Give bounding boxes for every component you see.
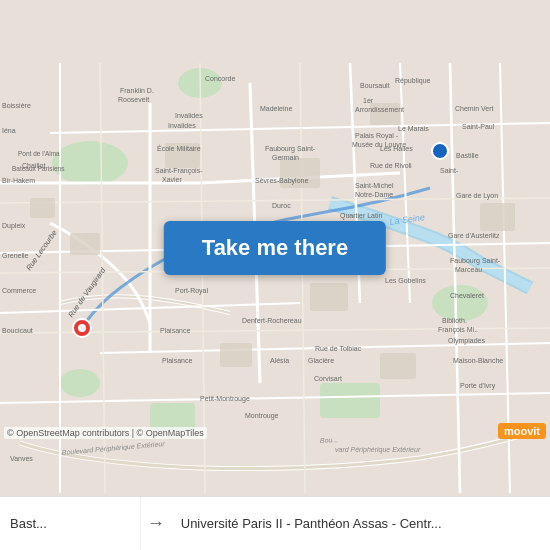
svg-text:François Mi..: François Mi.. <box>438 326 478 334</box>
from-section: Bast... <box>0 497 141 550</box>
svg-text:Maison-Blanche: Maison-Blanche <box>453 357 503 364</box>
svg-text:Quartier Latin: Quartier Latin <box>340 212 383 220</box>
svg-text:Invalides: Invalides <box>168 122 196 129</box>
svg-text:Boursault: Boursault <box>360 82 390 89</box>
svg-rect-35 <box>380 353 416 379</box>
bottom-bar: Bast... → Université Paris II - Panthéon… <box>0 496 550 550</box>
svg-text:Gare de Lyon: Gare de Lyon <box>456 192 498 200</box>
svg-point-110 <box>78 324 86 332</box>
svg-text:Grenelle: Grenelle <box>2 252 29 259</box>
svg-text:Plaisance: Plaisance <box>162 357 192 364</box>
svg-text:Marceau: Marceau <box>455 266 482 273</box>
svg-text:Bir-Hakem: Bir-Hakem <box>2 177 35 184</box>
to-station-label: Université Paris II - Panthéon Assas - C… <box>181 516 442 531</box>
svg-text:Rue de Tolbiac: Rue de Tolbiac <box>315 345 362 352</box>
svg-text:Saint-François-: Saint-François- <box>155 167 203 175</box>
svg-text:Palais Royal -: Palais Royal - <box>355 132 399 140</box>
svg-text:Bou...: Bou... <box>320 436 339 444</box>
svg-text:Olympiades: Olympiades <box>448 337 485 345</box>
svg-text:Germain: Germain <box>272 154 299 161</box>
svg-text:Bateaux Parisiens: Bateaux Parisiens <box>12 165 65 172</box>
take-me-there-button[interactable]: Take me there <box>164 221 386 275</box>
svg-text:Franklin D.: Franklin D. <box>120 87 154 94</box>
svg-text:Porte d'Ivry: Porte d'Ivry <box>460 382 496 390</box>
svg-text:Les Gobelins: Les Gobelins <box>385 277 426 284</box>
svg-text:Denfert-Rochereau: Denfert-Rochereau <box>242 317 302 324</box>
svg-rect-32 <box>70 233 100 255</box>
svg-point-5 <box>60 369 100 397</box>
svg-point-1 <box>52 141 128 185</box>
svg-text:Corvisart: Corvisart <box>314 375 342 382</box>
svg-text:Les Halles: Les Halles <box>380 145 413 152</box>
svg-text:Saint-Paul: Saint-Paul <box>462 123 495 130</box>
svg-text:Duroc: Duroc <box>272 202 291 209</box>
svg-text:Concorde: Concorde <box>205 75 235 82</box>
svg-text:Boissière: Boissière <box>2 102 31 109</box>
svg-rect-31 <box>30 198 55 218</box>
svg-text:Iéna: Iéna <box>2 127 16 134</box>
svg-text:Vanves: Vanves <box>10 455 33 462</box>
svg-text:Saint-: Saint- <box>440 167 459 174</box>
svg-text:Plaisance: Plaisance <box>160 327 190 334</box>
svg-text:Boucicaut: Boucicaut <box>2 327 33 334</box>
svg-text:Le Marais: Le Marais <box>398 125 429 132</box>
svg-text:Saint-Michel: Saint-Michel <box>355 182 394 189</box>
svg-text:Commerce: Commerce <box>2 287 36 294</box>
svg-text:Invalides: Invalides <box>175 112 203 119</box>
svg-text:Rue de Rivoli: Rue de Rivoli <box>370 162 412 169</box>
from-station-label: Bast... <box>10 516 47 531</box>
svg-text:Port-Royal: Port-Royal <box>175 287 209 295</box>
svg-text:vard Périphérique Extérieur: vard Périphérique Extérieur <box>335 446 421 454</box>
svg-rect-34 <box>220 343 252 367</box>
svg-text:Petit-Montrouge: Petit-Montrouge <box>200 395 250 403</box>
map-attribution: © OpenStreetMap contributors | © OpenMap… <box>4 427 207 439</box>
svg-text:Faubourg Saint-: Faubourg Saint- <box>265 145 316 153</box>
svg-rect-30 <box>480 203 515 231</box>
svg-text:Notre-Dame: Notre-Dame <box>355 191 393 198</box>
svg-text:Pont de l'Alma: Pont de l'Alma <box>18 150 60 157</box>
svg-text:Dupleix: Dupleix <box>2 222 26 230</box>
svg-text:Sèvres-Babylone: Sèvres-Babylone <box>255 177 308 185</box>
svg-text:République: République <box>395 77 431 85</box>
svg-text:Roosevelt: Roosevelt <box>118 96 149 103</box>
svg-rect-33 <box>310 283 348 311</box>
svg-text:Xavier: Xavier <box>162 176 183 183</box>
svg-text:Faubourg Saint-: Faubourg Saint- <box>450 257 501 265</box>
direction-arrow-icon: → <box>147 513 165 534</box>
to-section: Université Paris II - Panthéon Assas - C… <box>171 497 550 550</box>
map-area: Chaillot Boissière Iéna Bir-Hakem Duplei… <box>0 0 550 496</box>
svg-text:1er: 1er <box>363 97 374 104</box>
svg-text:Chemin Vert: Chemin Vert <box>455 105 494 112</box>
svg-point-3 <box>432 285 488 321</box>
svg-text:Alésia: Alésia <box>270 357 289 364</box>
svg-text:Chevaleret: Chevaleret <box>450 292 484 299</box>
moovit-logo: moovit <box>498 423 546 439</box>
svg-rect-4 <box>320 383 380 418</box>
svg-text:Arrondissement: Arrondissement <box>355 106 404 113</box>
svg-text:Glacière: Glacière <box>308 357 334 364</box>
svg-point-108 <box>432 143 448 159</box>
svg-text:École Militaire: École Militaire <box>157 144 201 152</box>
svg-text:Madeleine: Madeleine <box>260 105 292 112</box>
take-me-there-overlay: Take me there <box>164 221 386 275</box>
app-container: Chaillot Boissière Iéna Bir-Hakem Duplei… <box>0 0 550 550</box>
svg-text:Gare d'Austerlitz: Gare d'Austerlitz <box>448 232 500 239</box>
svg-text:Montrouge: Montrouge <box>245 412 279 420</box>
svg-text:Biblioth.: Biblioth. <box>442 317 467 324</box>
svg-text:Bastille: Bastille <box>456 152 479 159</box>
